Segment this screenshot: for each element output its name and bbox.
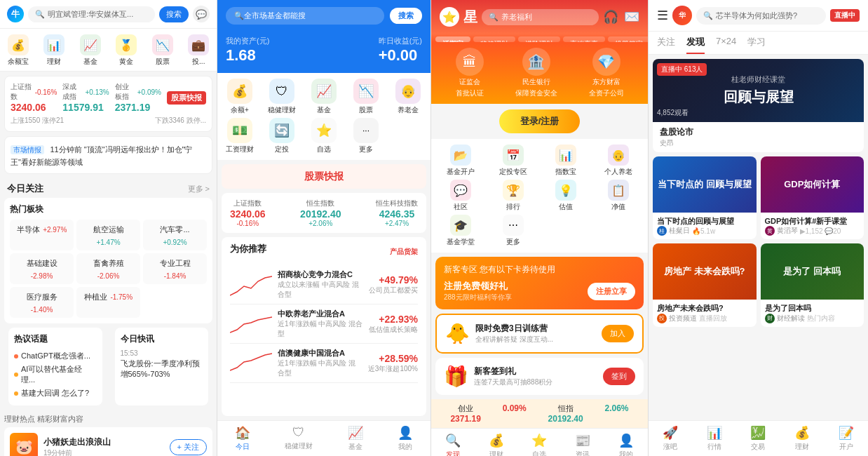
index-shangzheng[interactable]: 上证指数 -0.16% 3240.06 bbox=[11, 82, 57, 113]
kuaibao-badge[interactable]: 股票快报 bbox=[167, 91, 206, 105]
panel2-search-bar[interactable]: 🔍 全市场基金都能搜 bbox=[226, 7, 384, 25]
nav-item-fund[interactable]: 📈 基金 bbox=[80, 34, 101, 67]
p2-idx-hengtech[interactable]: 恒生科技指数 4246.35 +2.47% bbox=[376, 199, 418, 227]
fg-pension[interactable]: 👴 个人养老 bbox=[594, 145, 644, 177]
topic-item-1[interactable]: AI可以替代基金经理... bbox=[14, 363, 97, 387]
qnav-fund[interactable]: 📈 基金 bbox=[304, 79, 344, 115]
index-chuangye[interactable]: 创业板指 +0.09% 2371.19 bbox=[115, 82, 161, 113]
p3-bn-finance[interactable]: 💰 理财 bbox=[489, 433, 504, 456]
p3-topnav-1[interactable]: 稳健理财 bbox=[473, 36, 515, 42]
p3-bn-finance-label: 理财 bbox=[489, 450, 503, 456]
fund-item-1[interactable]: 中欧养老产业混合A 近1年涨跌幅 中高风险 混合型 +22.93% 低估值成长策… bbox=[230, 304, 418, 344]
ticker-hs-chg: 2.06% bbox=[604, 403, 628, 413]
nav-item-stocks[interactable]: 📉 股票 bbox=[152, 34, 173, 67]
block-engineering[interactable]: 专业工程 -1.84% bbox=[143, 253, 207, 284]
qnav-more[interactable]: ··· 更多 bbox=[346, 118, 386, 154]
nav-item-licai[interactable]: 📊 理财 bbox=[43, 34, 65, 67]
p4-bn-market[interactable]: 📊 行情 bbox=[707, 425, 722, 452]
panel1-search-bar[interactable]: 🔍 明宜斌管理:华安媒体互... bbox=[28, 6, 155, 22]
qnav-pension[interactable]: 👴 养老金 bbox=[388, 79, 428, 115]
panel2-search-button[interactable]: 搜索 bbox=[390, 8, 422, 24]
nav-item-invest[interactable]: 💼 投... bbox=[188, 34, 209, 67]
block-auto[interactable]: 汽车零... +0.92% bbox=[143, 220, 207, 250]
p3-topnav-0[interactable]: 活期宝 bbox=[435, 36, 470, 42]
fg-kaiku[interactable]: 📂 基金开户 bbox=[435, 145, 485, 177]
fund-item-0[interactable]: 招商核心竞争力混合C 成立以来涨幅 中高风险 混合型 +49.79% 公司员工都… bbox=[230, 265, 418, 304]
panel4-search-bar[interactable]: 🔍 芯半导体为何如此强势? bbox=[696, 7, 826, 25]
follow-button[interactable]: + 关注 bbox=[170, 439, 207, 455]
p4-bn-finance2[interactable]: 💰 理财 bbox=[794, 425, 810, 452]
video-card-3[interactable]: 是为了 回本吗 是为了回本吗 财 财经解读 热门内容 bbox=[761, 243, 864, 326]
block-name-0: 半导体 bbox=[17, 225, 40, 234]
topic-item-2[interactable]: 基建大回调 怎么了? bbox=[14, 387, 97, 400]
nav-item-gold[interactable]: 🥇 黄金 bbox=[116, 34, 137, 67]
menu-icon[interactable]: ☰ bbox=[657, 8, 668, 23]
signin-button[interactable]: 签到 bbox=[603, 368, 635, 385]
fg-community[interactable]: 💬 社区 bbox=[435, 180, 485, 212]
p4-bn-trade[interactable]: 💹 交易 bbox=[750, 425, 766, 452]
p2-idx-hengsheng[interactable]: 恒生指数 20192.40 +2.06% bbox=[300, 199, 341, 227]
news-card[interactable]: 市场情报 11分钟前 "顶流"冯明远年报出炉！加仓"宁王"看好新能源等领域 bbox=[4, 136, 212, 174]
fg-dingtou[interactable]: 📅 定投专区 bbox=[488, 145, 538, 177]
join-training-button[interactable]: 加入 bbox=[602, 325, 634, 342]
nav-item-yuebao[interactable]: 💰 余额宝 bbox=[8, 34, 29, 67]
p3-topnav-3[interactable]: 高端享享 bbox=[563, 36, 605, 42]
tab-discover[interactable]: 发现 bbox=[686, 36, 705, 54]
login-register-button[interactable]: 登录/注册 bbox=[499, 109, 581, 133]
index-shenzhen[interactable]: 深成成指 +0.13% 11579.91 bbox=[62, 82, 109, 113]
block-medical[interactable]: 医疗服务 -1.40% bbox=[10, 287, 74, 318]
fg-school[interactable]: 🎓 基金学堂 bbox=[435, 215, 485, 247]
p3-search-bar[interactable]: 🔍 养老福利 bbox=[482, 9, 599, 25]
tab-learn[interactable]: 学习 bbox=[747, 36, 766, 54]
register-button[interactable]: 注册立享 bbox=[588, 283, 635, 300]
fg-valuation[interactable]: 💡 估值 bbox=[541, 180, 591, 212]
p2-bn-today[interactable]: 🏠 今日 bbox=[235, 425, 250, 452]
p3-topnav-2[interactable]: 进阶理财 bbox=[518, 36, 560, 42]
qnav-watchlist[interactable]: ⭐ 自选 bbox=[304, 118, 344, 154]
live-author: 史昂 bbox=[660, 138, 693, 148]
video-card-0[interactable]: 当下时点的 回顾与展望 当下时点的回顾与展望 桂 桂粲日 🔥5.1w bbox=[653, 156, 757, 239]
live-info: 盘股论市 史昂 bbox=[653, 122, 864, 152]
block-infra[interactable]: 基础建设 -2.98% bbox=[10, 253, 74, 284]
headphone-icon[interactable]: 🎧 bbox=[603, 9, 618, 25]
qnav-salary[interactable]: 💵 工资理财 bbox=[220, 118, 259, 154]
p2-bn-fund[interactable]: 📈 基金 bbox=[348, 425, 363, 452]
fg-rank-icon: 🏆 bbox=[503, 180, 524, 201]
news-item-text[interactable]: 飞龙股份:一季度净利预增565%-703% bbox=[121, 357, 203, 381]
panel1-search-button[interactable]: 搜索 bbox=[159, 6, 189, 22]
kuaibao-banner[interactable]: 股票快报 bbox=[222, 164, 426, 189]
p3-topnav-4[interactable]: 投股管家 bbox=[608, 36, 648, 42]
p2-bn-steady[interactable]: 🛡 稳健理财 bbox=[285, 425, 313, 452]
fg-more[interactable]: ⋯ 更多 bbox=[488, 215, 538, 247]
p3-bn-watchlist[interactable]: ⭐ 自选 bbox=[531, 433, 547, 456]
p4-search-icon: 🔍 bbox=[703, 11, 713, 20]
p3-bn-news[interactable]: 📰 资讯 bbox=[575, 433, 590, 456]
qnav-yuebao[interactable]: 💰 余额+ bbox=[220, 79, 259, 115]
p4-bn-rise[interactable]: 🚀 涨吧 bbox=[663, 425, 678, 452]
more-button[interactable]: 更多 > bbox=[188, 184, 210, 194]
qnav-regular[interactable]: 🔄 定投 bbox=[262, 118, 301, 154]
p2-bn-mine[interactable]: 👤 我的 bbox=[398, 425, 413, 452]
qnav-stocks[interactable]: 📉 股票 bbox=[346, 79, 386, 115]
video-card-1[interactable]: GDP如何计算 GDP如何计算#新手课堂 黄 黄滔琴 ▶1,152 💬20 bbox=[761, 156, 864, 239]
video-card-2[interactable]: 房地产 未来会跌吗? 房地产未来会跌吗? 投 投资频道 直播回放 bbox=[653, 243, 757, 326]
block-aviation[interactable]: 航空运输 +1.47% bbox=[76, 220, 140, 250]
p3-bn-discover[interactable]: 🔍 发现 bbox=[445, 433, 461, 456]
p2-idx-shangzheng[interactable]: 上证指数 3240.06 -0.16% bbox=[230, 199, 266, 227]
p3-bn-my[interactable]: 👤 我的 bbox=[618, 433, 634, 456]
block-planting[interactable]: 种植业 -1.75% bbox=[76, 287, 140, 318]
panel1-message-icon[interactable]: 💬 bbox=[193, 6, 210, 22]
block-livestock[interactable]: 畜禽养殖 -2.06% bbox=[76, 253, 140, 284]
qnav-steady[interactable]: 🛡 稳健理财 bbox=[262, 79, 301, 115]
fg-rank[interactable]: 🏆 排行 bbox=[488, 180, 538, 212]
fg-index[interactable]: 📊 指数宝 bbox=[541, 145, 591, 177]
topic-item-0[interactable]: ChatGPT概念强者... bbox=[14, 349, 97, 363]
p4-bn-open[interactable]: 📝 开户 bbox=[839, 425, 854, 452]
fund-item-2[interactable]: 信澳健康中国混合A 近1年涨跌幅 中高风险 混合型 +28.59% 近3年涨超1… bbox=[230, 344, 418, 383]
tab-724[interactable]: 7×24 bbox=[716, 36, 736, 54]
tab-follow[interactable]: 关注 bbox=[657, 36, 675, 54]
live-card[interactable]: 直播中 613人 桂老师财经课堂 回顾与展望 4,852观看 盘股论市 史昂 bbox=[653, 59, 864, 152]
fg-nav[interactable]: 📋 净值 bbox=[594, 180, 644, 212]
envelope-icon[interactable]: ✉️ bbox=[624, 9, 639, 25]
block-semiconductor[interactable]: 半导体 +2.97% bbox=[10, 220, 74, 250]
